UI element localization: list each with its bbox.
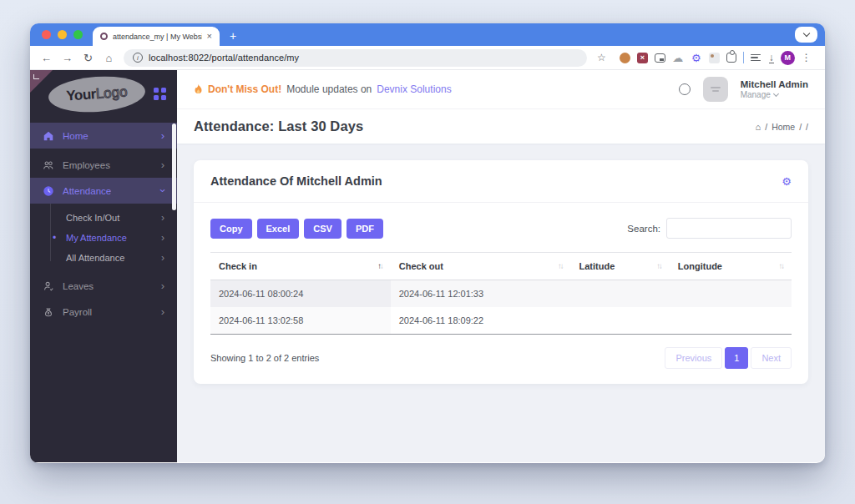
table-row: 2024-06-11 13:02:58 2024-06-11 18:09:22: [210, 307, 792, 335]
attendance-submenu: Check In/Out › • My Attendance › All Att…: [30, 204, 177, 273]
x-extension-icon[interactable]: ×: [637, 53, 648, 63]
sort-desc-icon[interactable]: ↓: [781, 261, 783, 270]
csv-button[interactable]: CSV: [304, 219, 341, 239]
table-header-row: Check in ↑↓ Check out ↑↓ Lat: [210, 253, 792, 280]
main-area: Don't Miss Out! Module updates on Devnix…: [177, 70, 825, 462]
column-header-latitude[interactable]: Latitude ↑↓: [571, 253, 670, 280]
card-settings-gear-icon[interactable]: ⚙: [782, 175, 792, 188]
cell-check-out: 2024-06-11 12:01:33: [391, 280, 571, 308]
page-1-button[interactable]: 1: [725, 347, 748, 369]
tab-title: attendance_my | My Website: [113, 33, 202, 41]
logo-text-bold: Your: [66, 86, 97, 104]
user-menu[interactable]: Mitchell Admin Manage: [741, 79, 808, 99]
pip-extension-icon[interactable]: [655, 53, 665, 63]
extensions-puzzle-icon[interactable]: [726, 53, 736, 63]
cell-longitude: [670, 280, 792, 308]
sidebar-item-label: Home: [63, 131, 89, 141]
photos-extension-icon[interactable]: [709, 53, 720, 63]
page-title: Attendance: Last 30 Days: [194, 118, 363, 134]
breadcrumb-separator: /: [806, 122, 808, 132]
column-header-check-in[interactable]: Check in ↑↓: [210, 253, 391, 280]
column-header-check-out[interactable]: Check out ↑↓: [391, 253, 571, 280]
user-manage-link[interactable]: Manage: [741, 90, 808, 99]
page-header: Attendance: Last 30 Days ⌂ / Home / /: [177, 109, 825, 144]
cloud-extension-icon[interactable]: ☁: [672, 52, 684, 63]
announcement-highlight: Don't Miss Out!: [208, 83, 281, 95]
sidebar-item-employees[interactable]: Employees ›: [30, 152, 177, 178]
copy-button[interactable]: Copy: [210, 219, 252, 239]
chevron-down-icon: [773, 91, 779, 97]
apps-grid-icon[interactable]: [154, 88, 166, 100]
reload-button[interactable]: ↻: [78, 52, 98, 64]
sort-desc-icon[interactable]: ↓: [560, 261, 563, 270]
manage-label: Manage: [741, 90, 771, 99]
page-content: Attendance Of Mitchell Admin ⚙ Copy Exce…: [177, 144, 825, 462]
breadcrumb-home-icon[interactable]: ⌂: [756, 122, 761, 132]
column-header-longitude[interactable]: Longitude ↑↓: [670, 253, 792, 280]
desktop-background: attendance_my | My Website × + ← → ↻ ⌂ i…: [0, 0, 855, 504]
sidebar-item-all-attendance[interactable]: All Attendance ›: [30, 248, 177, 268]
user-avatar[interactable]: [703, 77, 728, 102]
app-layout: YourLogo Home › Employees ›: [30, 70, 825, 462]
url-text: localhost:8022/portal/attendance/my: [149, 53, 299, 63]
table-search: Search:: [627, 218, 792, 239]
topbar: Don't Miss Out! Module updates on Devnix…: [177, 70, 825, 109]
notification-circle-icon[interactable]: [679, 83, 691, 95]
address-bar[interactable]: i localhost:8022/portal/attendance/my: [124, 49, 587, 67]
sidebar-item-leaves[interactable]: Leaves ›: [30, 273, 177, 299]
reading-list-icon[interactable]: [751, 52, 762, 63]
announcement-link[interactable]: Devnix Solutions: [377, 83, 451, 95]
bookmark-star-icon[interactable]: ☆: [597, 52, 606, 63]
search-label: Search:: [627, 224, 660, 234]
card-title: Attendance Of Mitchell Admin: [210, 174, 382, 188]
sidebar-item-check-in-out[interactable]: Check In/Out ›: [30, 208, 177, 228]
sidebar-scrollbar[interactable]: [172, 123, 176, 210]
monkey-extension-icon[interactable]: [620, 53, 630, 63]
maximize-window-button[interactable]: [73, 30, 83, 39]
pdf-button[interactable]: PDF: [347, 219, 383, 239]
sidebar-item-payroll[interactable]: Payroll ›: [30, 299, 177, 325]
search-input[interactable]: [666, 218, 792, 239]
forward-button[interactable]: →: [58, 52, 77, 64]
browser-home-button[interactable]: ⌂: [99, 52, 119, 64]
settings-extension-icon[interactable]: ⚙: [691, 52, 702, 63]
chevron-right-icon: ›: [161, 252, 164, 264]
company-logo[interactable]: YourLogo: [48, 73, 147, 115]
site-info-icon[interactable]: i: [133, 53, 143, 63]
next-page-button[interactable]: Next: [751, 347, 792, 369]
browser-tab[interactable]: attendance_my | My Website ×: [93, 27, 220, 46]
sort-desc-icon[interactable]: ↓: [659, 261, 661, 270]
sidebar-item-attendance[interactable]: Attendance ›: [30, 178, 177, 204]
breadcrumb-separator: /: [799, 122, 802, 132]
chevron-down-icon: [802, 30, 809, 37]
breadcrumb: ⌂ / Home / /: [756, 122, 808, 132]
excel-button[interactable]: Excel: [257, 219, 300, 239]
user-name: Mitchell Admin: [741, 79, 808, 89]
breadcrumb-home-link[interactable]: Home: [772, 122, 795, 132]
table-row: 2024-06-11 08:00:24 2024-06-11 12:01:33: [210, 280, 792, 308]
sidebar-item-my-attendance[interactable]: • My Attendance ›: [30, 228, 177, 248]
home-icon: [43, 130, 54, 142]
sidebar-subitem-label: Check In/Out: [66, 213, 119, 223]
new-tab-button[interactable]: +: [230, 30, 236, 42]
tab-close-icon[interactable]: ×: [207, 32, 212, 41]
back-button[interactable]: ←: [37, 52, 56, 64]
site-favicon: [100, 33, 108, 40]
cell-latitude: [571, 280, 670, 308]
browser-menu-icon[interactable]: ⋮: [802, 52, 812, 63]
sidebar-subitem-label: My Attendance: [66, 233, 127, 243]
sort-desc-icon[interactable]: ↓: [380, 261, 382, 270]
payroll-icon: [43, 306, 54, 318]
close-window-button[interactable]: [42, 30, 51, 39]
sidebar-item-home[interactable]: Home ›: [30, 123, 177, 149]
previous-page-button[interactable]: Previous: [665, 347, 722, 369]
tab-search-button[interactable]: [795, 27, 817, 43]
active-bullet-icon: •: [53, 232, 56, 244]
chevron-right-icon: ›: [161, 212, 164, 224]
downloads-icon[interactable]: ↓: [769, 53, 774, 63]
chevron-right-icon: ›: [161, 280, 164, 291]
cell-check-in: 2024-06-11 13:02:58: [210, 307, 391, 335]
minimize-window-button[interactable]: [58, 30, 67, 39]
collapse-sidebar-icon[interactable]: [33, 74, 39, 79]
profile-avatar[interactable]: M: [781, 51, 795, 65]
